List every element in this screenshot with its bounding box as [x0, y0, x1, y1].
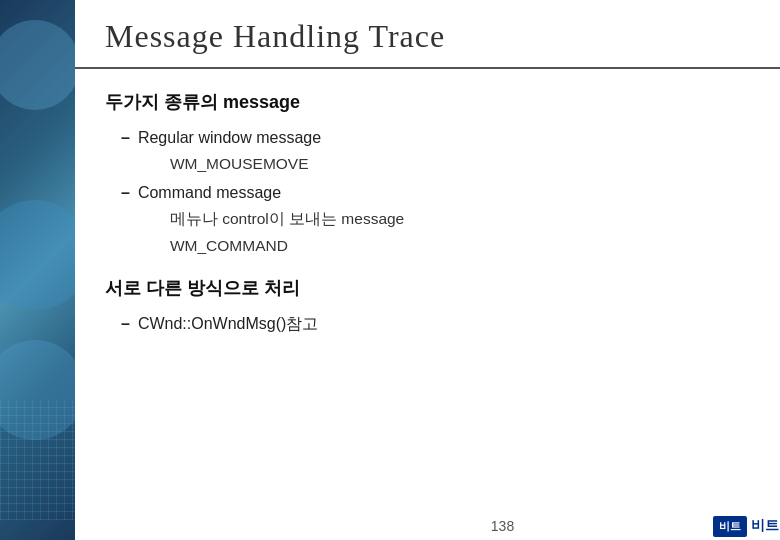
logo-area: 비트 비트교육센터: [713, 516, 780, 537]
dash-1: –: [121, 124, 130, 151]
section2-heading: 서로 다른 방식으로 처리: [105, 273, 750, 304]
menu-control-message-label: 메뉴나 control이 보내는 message: [138, 206, 404, 232]
logo-name: 비트교육센터: [751, 517, 780, 535]
decoration-grid: [0, 400, 75, 520]
logo-abbr: 비트: [713, 516, 747, 537]
bullet-item-regular: – Regular window message WM_MOUSEMOVE: [105, 124, 750, 178]
page-number: 138: [491, 518, 514, 534]
command-message-label: Command message: [138, 179, 404, 206]
title-bar: Message Handling Trace: [75, 0, 780, 69]
section1-heading: 두가지 종류의 message: [105, 87, 750, 118]
wm-mousemove-label: WM_MOUSEMOVE: [138, 151, 321, 177]
left-decoration: [0, 0, 75, 540]
bullet-content-command: Command message 메뉴나 control이 보내는 message…: [138, 179, 404, 259]
bullet-content-regular: Regular window message WM_MOUSEMOVE: [138, 124, 321, 178]
main-content: Message Handling Trace 두가지 종류의 message –…: [75, 0, 780, 540]
content-area: 두가지 종류의 message – Regular window message…: [75, 87, 780, 337]
dash-3: –: [121, 310, 130, 337]
bullet-content-cwnd: CWnd::OnWndMsg()참고: [138, 310, 318, 337]
bullet-item-command: – Command message 메뉴나 control이 보내는 messa…: [105, 179, 750, 259]
page-title: Message Handling Trace: [105, 18, 750, 55]
bullet-item-cwnd: – CWnd::OnWndMsg()참고: [105, 310, 750, 337]
regular-window-message-label: Regular window message: [138, 124, 321, 151]
dash-2: –: [121, 179, 130, 206]
cwnd-onwndmsg-label: CWnd::OnWndMsg()참고: [138, 310, 318, 337]
wm-command-label: WM_COMMAND: [138, 233, 404, 259]
